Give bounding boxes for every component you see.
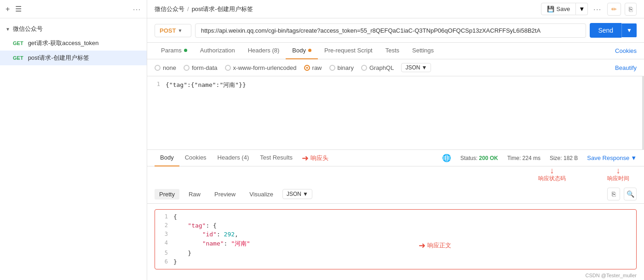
sidebar: + ☰ ··· ▼ 微信公众号 GET get请求-获取access_token… [0,0,147,280]
tab-tests[interactable]: Tests [379,43,406,59]
format-json-chevron-icon: ▼ [303,191,308,197]
tab-settings[interactable]: Settings [406,43,440,59]
option-none[interactable]: none [155,64,176,71]
save-label: Save [556,6,570,12]
json-chevron-icon: ▼ [421,64,427,71]
option-graphql[interactable]: GraphQL [361,64,394,71]
response-line-2: 2 "tag": { [155,221,636,230]
beautify-link[interactable]: Beautify [615,64,637,71]
plus-icon[interactable]: + [6,5,10,13]
response-line-1: 1 { [155,212,636,221]
copy-button[interactable]: ⎘ [625,3,637,16]
main-panel: 微信公众号 / post请求-创建用户标签 💾 Save ▼ ··· ✏ ⎘ P… [147,0,644,280]
option-raw[interactable]: raw [304,64,322,71]
header-actions: 💾 Save ▼ ··· ✏ ⎘ [541,3,637,16]
response-line-5: 5 } [155,249,636,257]
search-response-button[interactable]: 🔍 [624,188,637,200]
copy-response-icon: ⎘ [612,190,615,198]
cookies-link[interactable]: Cookies [615,47,637,54]
time-label: Time: 224 ms [507,155,540,161]
response-tab-cookies-label: Cookies [185,154,207,161]
tab-body-label: Body [292,47,306,54]
rline-num-2: 2 [155,222,173,229]
tab-pre-request-label: Pre-request Script [324,47,373,54]
footer-label: CSDN @Tester_muller [586,273,637,278]
footer: CSDN @Tester_muller [586,273,637,278]
json-type-dropdown[interactable]: JSON ▼ [401,63,431,72]
arrow-down-time-icon: ↓ [616,166,621,175]
url-input[interactable] [195,23,586,38]
tab-authorization[interactable]: Authorization [194,43,242,59]
format-tab-pretty[interactable]: Pretty [155,189,179,200]
arrow-down-status-icon: ↓ [550,166,554,175]
time-text: Time: [507,155,521,161]
breadcrumb-current: post请求-创建用户标签 [192,5,253,13]
sidebar-item-post-create-tag[interactable]: GET post请求-创建用户标签 [0,51,147,65]
format-tab-visualize[interactable]: Visualize [245,189,278,200]
header-bar: 微信公众号 / post请求-创建用户标签 💾 Save ▼ ··· ✏ ⎘ [147,0,644,18]
rline-content-5: } [173,250,191,257]
radio-urlencoded [225,65,231,71]
format-tab-raw[interactable]: Raw [184,189,205,200]
option-form-data-label: form-data [192,64,218,71]
chevron-down-icon: ▼ [6,27,10,32]
send-button[interactable]: Send [590,23,621,38]
response-tab-test-results[interactable]: Test Results [254,150,298,166]
tab-body[interactable]: Body [286,43,318,59]
response-body: 1 { 2 "tag": { 3 "id": 292, [147,204,644,280]
code-editor[interactable]: 1 {"tag":{"name":"河南"}} [147,76,644,150]
format-tab-preview[interactable]: Preview [210,189,240,200]
response-line-6: 6 } [155,257,636,266]
rline-content-3: "id": 292, [173,231,238,238]
response-tab-cookies[interactable]: Cookies [179,150,212,166]
time-annotation: ↓ 响应时间 [607,166,629,183]
json-key-tag: "tag" [188,222,206,229]
edit-button[interactable]: ✏ [607,3,621,16]
method-select[interactable]: POST ▼ [155,24,191,37]
size-label: Size: 182 B [550,155,578,161]
tab-params[interactable]: Params [155,43,194,59]
rline-num-1: 1 [155,213,173,220]
tab-pre-request[interactable]: Pre-request Script [318,43,379,59]
save-dropdown-button[interactable]: ▼ [576,3,588,15]
option-form-data[interactable]: form-data [184,64,218,71]
time-annotation-label: 响应时间 [607,175,629,183]
header-more-icon[interactable]: ··· [592,6,604,13]
send-dropdown-button[interactable]: ▼ [621,23,637,37]
save-button[interactable]: 💾 Save [541,3,576,15]
search-icon: 🔍 [627,190,634,198]
sidebar-ellipsis-icon[interactable]: ··· [133,6,141,13]
list-icon[interactable]: ☰ [15,5,22,13]
tab-authorization-label: Authorization [200,47,235,54]
rline-num-6: 6 [155,258,173,265]
sidebar-item-get-access-token[interactable]: GET get请求-获取access_token [0,36,147,51]
status-text: Status: [460,155,477,161]
option-binary[interactable]: binary [329,64,354,71]
breadcrumb-separator: / [187,6,189,12]
tab-settings-label: Settings [412,47,434,54]
response-tab-body[interactable]: Body [155,150,179,166]
option-binary-label: binary [338,64,354,71]
save-button-group: 💾 Save ▼ [541,3,588,15]
copy-response-button[interactable]: ⎘ [607,188,620,200]
chevron-down-icon-save: ▼ [579,6,585,12]
option-urlencoded[interactable]: x-www-form-urlencoded [225,64,297,71]
rline-num-5: 5 [155,250,173,256]
request-tabs-bar: Params Authorization Headers (8) Body Pr… [147,43,644,59]
format-json-dropdown[interactable]: JSON ▼ [282,189,312,199]
radio-binary [329,65,335,71]
tab-headers[interactable]: Headers (8) [242,43,286,59]
rline-content-2: "tag": { [173,222,217,229]
sidebar-group-header[interactable]: ▼ 微信公众号 [0,22,147,36]
tab-params-label: Params [161,47,182,54]
response-tab-headers[interactable]: Headers (4) [212,150,255,166]
annotation-row: ↓ 响应状态码 ↓ 响应时间 ↓ 响应的大小 [147,166,644,185]
json-val-id: 292 [224,231,235,238]
sidebar-top-bar: + ☰ ··· [0,0,147,18]
response-tabs-bar: Body Cookies Headers (4) Test Results ➜ … [147,150,644,166]
response-tab-test-results-label: Test Results [260,154,293,161]
save-response-chevron-icon: ▼ [631,154,637,161]
option-none-label: none [163,64,176,71]
response-header-annotation: ➜ 响应头 [302,153,328,163]
save-response-button[interactable]: Save Response ▼ [587,154,637,161]
